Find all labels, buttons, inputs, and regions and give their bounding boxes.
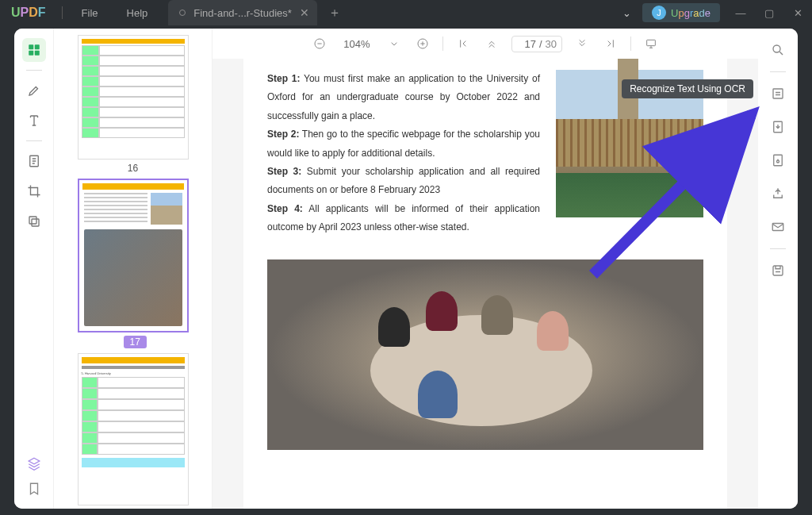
- presentation-button[interactable]: [642, 35, 660, 52]
- svg-point-10: [773, 45, 780, 52]
- thumbnail-label: 17: [124, 336, 147, 348]
- svg-rect-0: [29, 44, 33, 49]
- app-logo: UPDF: [0, 6, 57, 20]
- thumbnail-page-18[interactable]: 5. Harvard University 18: [78, 353, 189, 509]
- upgrade-button[interactable]: J Upgrade: [642, 3, 720, 22]
- left-toolbar: [14, 29, 54, 509]
- protect-button[interactable]: [766, 148, 790, 172]
- svg-rect-6: [32, 219, 39, 226]
- window-minimize-icon[interactable]: —: [726, 7, 755, 19]
- svg-rect-2: [29, 51, 33, 56]
- zoom-dropdown-icon[interactable]: [385, 35, 403, 52]
- last-page-button[interactable]: [602, 35, 619, 52]
- search-button[interactable]: [766, 38, 790, 62]
- zoom-value: 104%: [339, 38, 374, 50]
- svg-rect-3: [34, 51, 39, 56]
- new-tab-button[interactable]: ＋: [317, 5, 352, 21]
- zoom-out-button[interactable]: [311, 35, 328, 52]
- thumbnail-page-17[interactable]: 17: [78, 179, 189, 348]
- titlebar: UPDF File Help Find-and-...r-Studies* ✕ …: [0, 0, 812, 25]
- svg-rect-1: [34, 44, 39, 49]
- ocr-button[interactable]: [766, 82, 790, 106]
- layers-icon[interactable]: [27, 456, 41, 474]
- document-tab[interactable]: Find-and-...r-Studies* ✕: [168, 0, 317, 25]
- document-text: Step 1: You must first make an applicati…: [267, 70, 540, 237]
- watermark-tool[interactable]: [22, 209, 46, 233]
- page-tool[interactable]: [22, 149, 46, 173]
- page-canvas: Step 1: You must first make an applicati…: [243, 59, 727, 509]
- next-page-button[interactable]: [573, 35, 591, 52]
- export-button[interactable]: [766, 115, 790, 139]
- tab-modified-icon: [179, 10, 186, 16]
- menu-file[interactable]: File: [67, 7, 113, 19]
- tab-title: Find-and-...r-Studies*: [193, 7, 292, 19]
- first-page-button[interactable]: [454, 35, 472, 52]
- view-toolbar: 104% 17 / 30: [213, 29, 758, 59]
- window-maximize-icon[interactable]: ▢: [755, 7, 783, 19]
- ocr-tooltip: Recognize Text Using OCR: [622, 79, 753, 98]
- thumbnail-label: 16: [78, 163, 189, 174]
- svg-rect-11: [773, 89, 783, 98]
- email-button[interactable]: [766, 215, 790, 239]
- window-close-icon[interactable]: ✕: [783, 7, 812, 19]
- thumbnails-tool[interactable]: [22, 38, 46, 62]
- menu-help[interactable]: Help: [113, 7, 163, 19]
- thumbnail-panel[interactable]: 16 17 5. Harvard University 18: [54, 29, 213, 509]
- svg-point-14: [777, 160, 779, 163]
- crop-tool[interactable]: [22, 179, 46, 203]
- document-view[interactable]: Step 1: You must first make an applicati…: [213, 29, 758, 509]
- upgrade-label: Upgrade: [671, 7, 710, 19]
- prev-page-button[interactable]: [483, 35, 500, 52]
- dropdown-icon[interactable]: ⌄: [611, 7, 642, 19]
- students-group-image: [267, 259, 703, 450]
- zoom-in-button[interactable]: [414, 35, 431, 52]
- total-pages: 30: [546, 38, 557, 50]
- user-avatar: J: [652, 6, 666, 20]
- thumbnail-page-16[interactable]: 16: [78, 35, 189, 174]
- tab-close-icon[interactable]: ✕: [300, 6, 309, 19]
- right-toolbar: [758, 29, 798, 509]
- svg-rect-16: [773, 266, 783, 275]
- text-tool[interactable]: [22, 109, 46, 133]
- bookmark-icon[interactable]: [27, 482, 41, 499]
- highlight-tool[interactable]: [22, 79, 46, 102]
- current-page: 17: [517, 38, 536, 50]
- workspace: 16 17 5. Harvard University 18 Step 1: Y…: [14, 29, 798, 509]
- share-button[interactable]: [766, 182, 790, 206]
- svg-rect-9: [647, 40, 656, 45]
- page-number-input[interactable]: 17 / 30: [511, 36, 562, 52]
- svg-rect-5: [29, 217, 36, 224]
- save-button[interactable]: [766, 259, 790, 282]
